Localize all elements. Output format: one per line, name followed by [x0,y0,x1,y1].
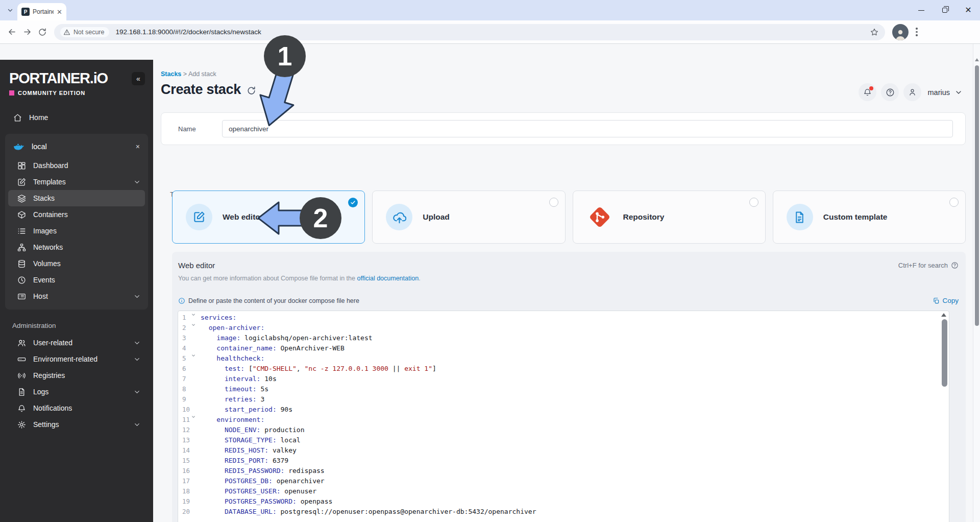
browser-menu-icon[interactable] [912,25,922,40]
notifications-bell-button[interactable] [859,83,876,101]
fold-arrow-icon[interactable] [191,323,201,333]
editor-line[interactable]: 3 image: logiclabshq/open-archiver:lates… [178,333,949,343]
user-avatar-button[interactable] [903,83,921,101]
radio-unselected[interactable] [549,198,558,207]
editor-line[interactable]: 14 REDIS_HOST: valkey [178,445,949,456]
editor-scroll-up-icon[interactable] [941,313,946,317]
editor-line[interactable]: 15 REDIS_PORT: 6379 [178,456,949,466]
chevron-down-icon[interactable] [133,388,141,396]
fold-arrow-icon[interactable] [191,353,201,364]
editor-line[interactable]: 5 healthcheck: [178,353,949,364]
editor-line[interactable]: 8 timeout: 5s [178,384,949,394]
editor-line[interactable]: 10 start_period: 90s [178,405,949,415]
line-number: 3 [178,333,191,343]
build-method-web-editor[interactable]: Web editor [172,191,365,244]
editor-line[interactable]: 20 DATABASE_URL: postgresql://openuser:o… [178,507,949,517]
sidebar-item-networks[interactable]: Networks [8,239,145,255]
line-number: 5 [178,353,191,364]
sidebar-item-settings[interactable]: Settings [5,416,148,433]
sidebar-item-events[interactable]: Events [8,272,145,288]
code-text: container_name: OpenArchiver-WEB [201,343,345,353]
tab-close-icon[interactable]: ✕ [57,8,62,16]
main-content: Stacks > Add stack Create stack [153,44,973,522]
editor-line[interactable]: 11 environment: [178,415,949,425]
chevron-down-icon[interactable] [133,293,141,300]
breadcrumb-stacks-link[interactable]: Stacks [161,70,181,78]
refresh-icon[interactable] [247,86,256,96]
editor-scrollbar[interactable] [942,319,947,387]
scrollbar-up-icon[interactable] [975,58,979,61]
sidebar-item-logs[interactable]: Logs [5,384,148,400]
environment-header[interactable]: local × [8,137,145,157]
sidebar-collapse-button[interactable]: « [132,72,145,85]
sidebar-item-user-related[interactable]: User-related [5,335,148,351]
editor-line[interactable]: 2 open-archiver: [178,323,949,333]
chevron-down-icon[interactable] [133,421,141,429]
scrollbar-thumb[interactable] [975,65,979,326]
url-bar[interactable]: Not secure 192.168.1.18:9000/#!/2/docker… [54,24,885,40]
editor-line[interactable]: 4 container_name: OpenArchiver-WEB [178,343,949,353]
official-documentation-link[interactable]: official documentation [357,275,419,282]
chevron-down-icon[interactable] [133,178,141,186]
environment-close-icon[interactable]: × [136,143,140,151]
url-text[interactable]: 192.168.1.18:9000/#!/2/docker/stacks/new… [115,28,261,36]
sidebar-item-volumes[interactable]: Volumes [8,255,145,272]
sidebar-item-templates[interactable]: Templates [8,174,145,190]
editor-line[interactable]: 7 interval: 10s [178,374,949,384]
radio-unselected[interactable] [949,198,959,207]
forward-button[interactable] [19,25,35,40]
info-circle-icon [178,297,185,304]
chevron-down-icon[interactable] [133,355,141,363]
reload-button[interactable] [35,25,50,40]
sidebar-item-dashboard[interactable]: Dashboard [8,157,145,174]
sidebar-item-images[interactable]: Images [8,223,145,239]
editor-line[interactable]: 17 POSTGRES_DB: openarchiver [178,476,949,486]
browser-tab[interactable]: P Portaine ✕ [17,3,66,20]
window-close-button[interactable]: ✕ [957,0,980,20]
back-button[interactable] [4,25,19,40]
editor-line[interactable]: 12 NODE_ENV: production [178,425,949,435]
window-restore-button[interactable] [933,0,957,20]
editor-line[interactable]: 9 retries: 3 [178,394,949,405]
editor-line[interactable]: 16 REDIS_PASSWORD: redispass [178,466,949,476]
editor-line[interactable]: 13 STORAGE_TYPE: local [178,435,949,445]
sidebar-item-notifications[interactable]: Notifications [5,400,148,416]
sidebar-item-registries[interactable]: Registries [5,367,148,384]
sidebar-item-containers[interactable]: Containers [8,206,145,223]
gutter-spacer [191,486,201,496]
copy-button[interactable]: Copy [933,297,959,304]
build-method-repository[interactable]: Repository [573,191,766,244]
editor-line[interactable]: 19 POSTGRES_PASSWORD: openpass [178,496,949,507]
bookmark-star-icon[interactable] [870,28,879,37]
code-text: REDIS_PORT: 6379 [201,456,288,466]
build-method-custom-template[interactable]: Custom template [773,191,966,244]
not-secure-chip[interactable]: Not secure [60,27,109,37]
browser-profile-avatar[interactable] [892,24,909,40]
editor-line[interactable]: 1services: [178,313,949,323]
build-method-upload[interactable]: Upload [372,191,565,244]
sidebar-item-environment-related[interactable]: Environment-related [5,351,148,367]
radio-unselected[interactable] [749,198,758,207]
compose-code-editor[interactable]: 1services:2 open-archiver:3 image: logic… [178,311,949,522]
chevron-down-icon[interactable] [954,88,963,97]
stacks-icon [17,194,26,203]
selected-check-icon [348,198,358,207]
fold-arrow-icon[interactable] [191,313,201,323]
editor-line[interactable]: 6 test: ["CMD-SHELL", "nc -z 127.0.0.1 3… [178,364,949,374]
stack-name-input[interactable] [222,120,953,137]
window-minimize-button[interactable] [910,0,933,20]
logs-icon [17,388,26,396]
sidebar-item-home[interactable]: Home [5,109,148,126]
page-scrollbar[interactable] [973,44,980,522]
username[interactable]: marius [927,88,950,97]
help-circle-icon[interactable] [951,262,959,269]
tab-search-button[interactable] [4,4,16,16]
networks-icon [17,243,26,252]
chevron-down-icon[interactable] [133,339,141,347]
help-button[interactable] [881,83,899,101]
sidebar-item-stacks[interactable]: Stacks [8,190,145,206]
sidebar-item-host[interactable]: Host [8,288,145,304]
fold-arrow-icon[interactable] [191,415,201,425]
editor-line[interactable]: 18 POSTGRES_USER: openuser [178,486,949,496]
code-text: services: [201,313,236,323]
